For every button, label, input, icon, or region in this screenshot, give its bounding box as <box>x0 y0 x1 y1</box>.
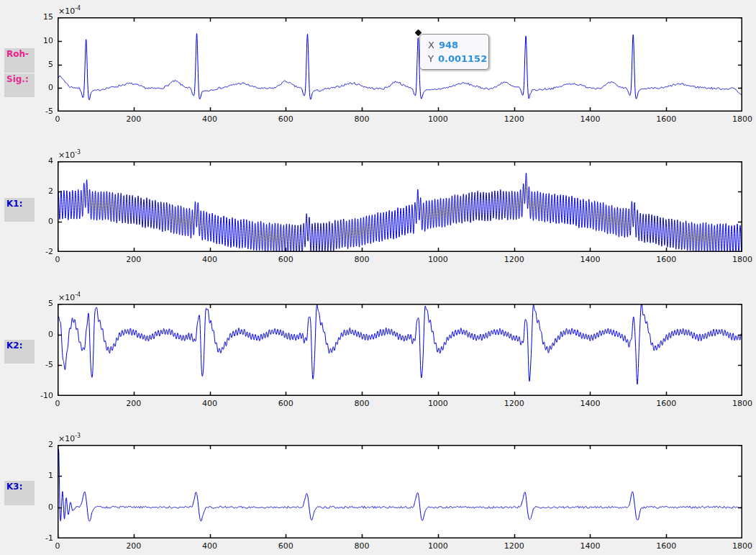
x-axis-tick-label: 1400 <box>567 399 613 409</box>
x-axis-tick-label: 1200 <box>491 541 537 551</box>
signal-label-k1: K1: <box>4 198 35 222</box>
signal-label-k2: K2: <box>4 340 35 364</box>
signal-canvas-k1[interactable] <box>58 161 742 252</box>
signal-label-roh-line2: Sig.: <box>4 73 35 97</box>
signal-label-k3: K3: <box>4 481 35 505</box>
x-axis-tick-label: 600 <box>263 255 309 265</box>
y-axis-tick-label: 10 <box>1 35 53 46</box>
data-tip[interactable]: X948 Y0.001152 <box>419 34 489 70</box>
x-axis-tick-label: 600 <box>263 541 309 551</box>
data-tip-x-row: X948 <box>428 38 488 52</box>
data-tip-x-value: 948 <box>439 40 458 50</box>
x-axis-tick-label: 1200 <box>491 255 537 265</box>
data-tip-y-label: Y <box>428 53 434 64</box>
x-axis-tick-label: 0 <box>35 114 81 125</box>
x-axis-tick-label: 1000 <box>415 541 461 551</box>
x-axis-tick-label: 400 <box>187 541 233 551</box>
signal-canvas-k3[interactable] <box>58 445 742 538</box>
x-axis-tick-label: 200 <box>111 541 157 551</box>
x-axis-tick-label: 800 <box>339 541 385 551</box>
y-axis-exponent: ×10-4 <box>58 292 81 302</box>
x-axis-tick-label: 1600 <box>643 255 689 265</box>
signal-label-roh-line1: Roh- <box>4 48 35 73</box>
x-axis-tick-label: 1800 <box>719 255 756 265</box>
x-axis-tick-label: 200 <box>111 255 157 265</box>
x-axis-tick-label: 400 <box>187 255 233 265</box>
x-axis-tick-label: 800 <box>339 399 385 409</box>
y-axis-exponent: ×10-3 <box>58 149 81 160</box>
x-axis-tick-label: 1800 <box>719 399 756 409</box>
y-axis-tick-label: 15 <box>1 12 53 22</box>
figure-window: ×10-4 151050-502004006008001000120014001… <box>0 0 756 555</box>
y-axis-exponent: ×10-3 <box>58 433 81 443</box>
x-axis-tick-label: 0 <box>35 399 81 409</box>
data-tip-y-value: 0.001152 <box>438 53 487 64</box>
x-axis-tick-label: 1000 <box>415 255 461 265</box>
data-tip-y-row: Y0.001152 <box>428 52 488 66</box>
x-axis-tick-label: 1600 <box>643 114 689 125</box>
x-axis-tick-label: 0 <box>35 255 81 265</box>
x-axis-tick-label: 1200 <box>491 114 537 125</box>
x-axis-tick-label: 1800 <box>719 114 756 125</box>
x-axis-tick-label: 800 <box>339 114 385 125</box>
x-axis-tick-label: 200 <box>111 399 157 409</box>
x-axis-tick-label: 600 <box>263 114 309 125</box>
y-axis-exponent: ×10-4 <box>58 5 81 16</box>
x-axis-tick-label: 1400 <box>567 114 613 125</box>
x-axis-tick-label: 1000 <box>415 114 461 125</box>
x-axis-tick-label: 400 <box>187 114 233 125</box>
x-axis-tick-label: 1600 <box>643 399 689 409</box>
y-axis-tick-label: 0 <box>1 329 53 340</box>
x-axis-tick-label: 1400 <box>567 541 613 551</box>
y-axis-tick-label: 4 <box>1 155 53 166</box>
x-axis-tick-label: 400 <box>187 399 233 409</box>
signal-canvas-roh-sig[interactable] <box>58 17 742 112</box>
x-axis-tick-label: 800 <box>339 255 385 265</box>
y-axis-tick-label: 1 <box>1 470 53 481</box>
x-axis-tick-label: 1200 <box>491 399 537 409</box>
y-axis-tick-label: 2 <box>1 439 53 450</box>
x-axis-tick-label: 200 <box>111 114 157 125</box>
signal-canvas-k2[interactable] <box>58 304 742 396</box>
y-axis-tick-label: 2 <box>1 186 53 197</box>
y-axis-tick-label: 5 <box>1 298 53 309</box>
x-axis-tick-label: 1800 <box>719 541 756 551</box>
x-axis-tick-label: 600 <box>263 399 309 409</box>
x-axis-tick-label: 1400 <box>567 255 613 265</box>
x-axis-tick-label: 1000 <box>415 399 461 409</box>
x-axis-tick-label: 0 <box>35 541 81 551</box>
data-tip-x-label: X <box>428 40 434 50</box>
x-axis-tick-label: 1600 <box>643 541 689 551</box>
